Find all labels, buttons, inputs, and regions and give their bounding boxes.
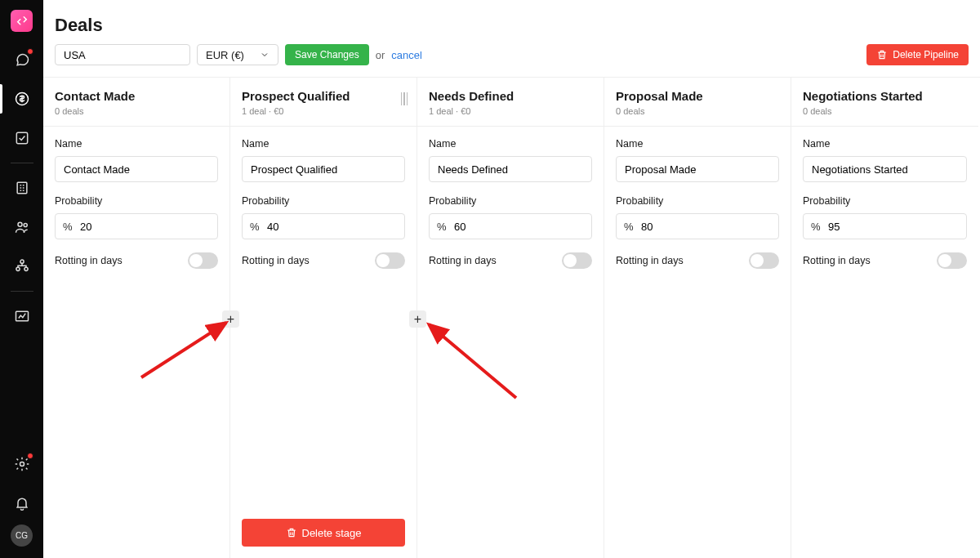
column-title: Proposal Made — [616, 89, 779, 103]
currency-value: EUR (€) — [206, 49, 244, 61]
sidebar: CG — [0, 0, 43, 558]
percent-prefix: % — [250, 221, 260, 233]
svg-point-4 — [24, 223, 27, 226]
column-subtitle: 1 deal · €0 — [429, 106, 592, 116]
currency-select[interactable]: EUR (€) — [197, 44, 278, 65]
pipeline-column: +Prospect Qualified1 deal · €0NameProbab… — [230, 78, 417, 558]
svg-rect-1 — [16, 132, 27, 143]
delete-stage-button[interactable]: Delete stage — [242, 519, 405, 547]
column-subtitle: 0 deals — [616, 106, 779, 116]
app-logo[interactable] — [11, 10, 33, 32]
name-label: Name — [429, 138, 592, 150]
column-subtitle: 0 deals — [803, 106, 967, 116]
pipeline-column: Contact Made0 dealsNameProbability%Rotti… — [43, 78, 230, 558]
nav-reports-icon[interactable] — [0, 298, 43, 334]
pipeline-column: +Needs Defined1 deal · €0NameProbability… — [417, 78, 604, 558]
nav-chat-icon[interactable] — [0, 42, 43, 78]
probability-input[interactable] — [616, 213, 779, 239]
column-title: Needs Defined — [429, 89, 592, 103]
percent-prefix: % — [63, 221, 73, 233]
stage-name-input[interactable] — [616, 156, 779, 182]
nav-notifications-icon[interactable] — [0, 485, 43, 521]
column-title: Contact Made — [55, 89, 218, 103]
add-stage-button[interactable]: + — [222, 310, 239, 328]
rotting-label: Rotting in days — [429, 255, 497, 266]
rotting-label: Rotting in days — [55, 255, 122, 266]
nav-companies-icon[interactable] — [0, 170, 43, 206]
rotting-toggle[interactable] — [375, 252, 405, 269]
nav-tasks-icon[interactable] — [0, 120, 43, 156]
pipeline-column: Proposal Made0 dealsNameProbability%Rott… — [604, 78, 791, 558]
toolbar: EUR (€) Save Changes or cancel Delete Pi… — [43, 44, 980, 77]
svg-point-6 — [16, 267, 19, 270]
cancel-link[interactable]: cancel — [391, 49, 422, 61]
svg-rect-2 — [17, 182, 27, 193]
save-button[interactable]: Save Changes — [285, 44, 369, 65]
nav-deals-icon[interactable] — [0, 81, 43, 117]
percent-prefix: % — [624, 221, 634, 233]
name-label: Name — [616, 138, 779, 150]
rotting-toggle[interactable] — [562, 252, 592, 269]
page-title: Deals — [55, 15, 969, 36]
probability-input[interactable] — [429, 213, 592, 239]
stage-name-input[interactable] — [429, 156, 592, 182]
trash-icon — [876, 49, 888, 60]
svg-point-3 — [18, 222, 22, 226]
nav-settings-icon[interactable] — [0, 446, 43, 482]
pipeline-column: Negotiations Started0 dealsNameProbabili… — [791, 78, 978, 558]
rotting-label: Rotting in days — [803, 255, 871, 266]
probability-label: Probability — [55, 195, 218, 207]
svg-point-5 — [20, 260, 23, 263]
column-subtitle: 0 deals — [55, 106, 218, 116]
drag-handle-icon[interactable] — [400, 92, 409, 109]
probability-label: Probability — [429, 195, 592, 207]
nav-org-icon[interactable] — [0, 248, 43, 284]
probability-input[interactable] — [242, 213, 405, 239]
probability-label: Probability — [616, 195, 779, 207]
rotting-toggle[interactable] — [749, 252, 779, 269]
probability-input[interactable] — [803, 213, 967, 239]
svg-point-9 — [20, 462, 24, 466]
pipeline-name-input[interactable] — [55, 44, 190, 65]
delete-pipeline-button[interactable]: Delete Pipeline — [866, 44, 969, 65]
rotting-toggle[interactable] — [188, 252, 218, 269]
percent-prefix: % — [437, 221, 447, 233]
stage-name-input[interactable] — [803, 156, 967, 182]
rotting-label: Rotting in days — [616, 255, 684, 266]
column-title: Prospect Qualified — [242, 89, 405, 103]
rotting-label: Rotting in days — [242, 255, 310, 266]
nav-people-icon[interactable] — [0, 209, 43, 245]
chevron-down-icon — [260, 50, 270, 60]
svg-point-7 — [24, 267, 27, 270]
stage-name-input[interactable] — [55, 156, 218, 182]
name-label: Name — [242, 138, 405, 150]
probability-label: Probability — [803, 195, 967, 207]
column-subtitle: 1 deal · €0 — [242, 106, 405, 116]
rotting-toggle[interactable] — [937, 252, 967, 269]
percent-prefix: % — [811, 221, 821, 233]
pipeline-board: Contact Made0 dealsNameProbability%Rotti… — [43, 77, 980, 558]
add-stage-button[interactable]: + — [409, 310, 426, 328]
name-label: Name — [803, 138, 967, 150]
name-label: Name — [55, 138, 218, 150]
column-title: Negotiations Started — [803, 89, 967, 103]
stage-name-input[interactable] — [242, 156, 405, 182]
avatar[interactable]: CG — [11, 525, 33, 547]
probability-label: Probability — [242, 195, 405, 207]
probability-input[interactable] — [55, 213, 218, 239]
or-text: or — [376, 49, 385, 61]
